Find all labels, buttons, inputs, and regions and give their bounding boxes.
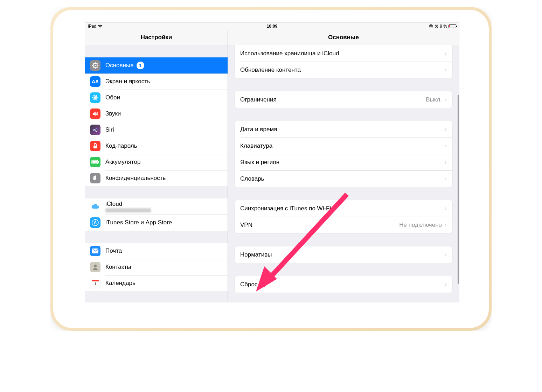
sidebar-item-siri[interactable]: Siri (85, 122, 228, 138)
detail-row-label: Ограничения (240, 96, 426, 103)
sidebar-item-label: Конфиденциальность (105, 175, 166, 182)
detail-row-label: Словарь (240, 175, 445, 182)
svg-rect-27 (98, 161, 99, 163)
detail-title: Основные (228, 30, 459, 45)
sidebar-item-label: Аккумулятор (105, 159, 140, 166)
sidebar-item-label: Основные (105, 62, 134, 69)
text-size-icon: AA (90, 76, 100, 87)
sidebar-item-mail[interactable]: Почта (85, 243, 228, 259)
wifi-icon (98, 24, 103, 28)
battery-percent: 9 % (440, 24, 447, 29)
chevron-right-icon: › (445, 221, 447, 229)
clock: 10:09 (267, 24, 278, 29)
alarm-icon (435, 24, 438, 28)
chevron-right-icon: › (445, 50, 447, 57)
gear-icon (90, 60, 100, 71)
chevron-right-icon: › (445, 251, 447, 258)
sidebar-item-label: Экран и яркость (105, 78, 150, 85)
sidebar-item-icloud[interactable]: iCloud (85, 198, 228, 215)
appstore-icon (90, 217, 100, 228)
cloud-icon (90, 201, 100, 212)
detail-row-label: Сброс (240, 281, 445, 288)
detail-row-label: VPN (240, 222, 399, 229)
sidebar-item-general[interactable]: Основные1 (85, 57, 228, 74)
chevron-right-icon: › (445, 205, 447, 212)
detail-row-keyboard[interactable]: Клавиатура› (235, 138, 452, 154)
detail-row-regulatory[interactable]: Нормативы› (235, 246, 452, 263)
detail-row-restrictions[interactable]: ОграниченияВыкл.› (235, 91, 452, 108)
battery-icon (90, 157, 100, 167)
svg-point-28 (92, 219, 98, 226)
sidebar-item-passcode[interactable]: Код-пароль (85, 138, 228, 154)
sidebar-item-label: Контакты (105, 264, 131, 271)
svg-rect-31 (92, 280, 99, 281)
sidebar-item-wallpaper[interactable]: Обои (85, 90, 228, 106)
contacts-icon (90, 262, 100, 272)
sidebar-item-calendar[interactable]: 1Календарь (85, 275, 228, 291)
chevron-right-icon: › (445, 281, 447, 288)
svg-point-19 (95, 98, 97, 100)
detail-row-label: Синхронизация с iTunes по Wi-Fi (240, 205, 445, 212)
sidebar-item-label: Календарь (105, 280, 136, 287)
svg-rect-24 (93, 146, 97, 148)
device-label: iPad (88, 24, 96, 29)
sidebar-item-battery[interactable]: Аккумулятор (85, 154, 228, 170)
sidebar-item-label: Код-пароль (105, 142, 137, 149)
orientation-lock-icon (429, 24, 433, 28)
detail-row-label: Обновление контента (240, 66, 445, 74)
svg-point-8 (95, 65, 96, 66)
sidebar-item-appstore[interactable]: iTunes Store и App Store (85, 215, 228, 231)
detail-scroll[interactable]: Использование хранилища и iCloud›Обновле… (228, 45, 459, 302)
privacy-hand-icon (90, 173, 100, 183)
detail-row-value: Выкл. (426, 96, 442, 103)
speaker-icon (90, 108, 100, 119)
svg-line-10 (97, 67, 97, 68)
detail-row-storage[interactable]: Использование хранилища и iCloud› (235, 45, 452, 62)
svg-point-21 (93, 97, 95, 98)
sidebar-item-contacts[interactable]: Контакты (85, 259, 228, 275)
detail-row-dictionary[interactable]: Словарь› (235, 170, 452, 187)
badge: 1 (137, 62, 144, 69)
sidebar-item-sounds[interactable]: Звуки (85, 106, 228, 122)
detail-row-refresh[interactable]: Обновление контента› (235, 62, 452, 78)
sidebar-item-display[interactable]: AAЭкран и яркость (85, 74, 228, 90)
svg-text:1: 1 (94, 282, 96, 286)
detail-row-reset[interactable]: Сброс› (235, 276, 452, 293)
detail-row-itunessync[interactable]: Синхронизация с iTunes по Wi-Fi› (235, 200, 452, 217)
sidebar-scroll[interactable]: Основные1AAЭкран и яркостьОбоиЗвукиSiriК… (85, 45, 228, 302)
chevron-right-icon: › (445, 66, 447, 74)
scroll-track (458, 46, 459, 301)
status-bar: iPad 10:09 9 % (85, 23, 459, 30)
sidebar-item-label: iTunes Store и App Store (105, 219, 172, 226)
svg-point-20 (93, 98, 95, 100)
sidebar-item-label: Обои (105, 94, 120, 101)
svg-point-30 (94, 265, 97, 267)
detail-row-label: Язык и регион (240, 159, 445, 166)
detail-row-value: Не подключено (399, 222, 442, 229)
svg-line-14 (93, 63, 93, 64)
svg-rect-26 (92, 161, 97, 163)
chevron-right-icon: › (445, 159, 447, 166)
svg-line-5 (435, 24, 436, 25)
svg-line-16 (97, 63, 97, 64)
svg-point-22 (93, 95, 95, 97)
detail-row-vpn[interactable]: VPNНе подключено› (235, 217, 452, 233)
ipad-frame: iPad 10:09 9 % (50, 7, 492, 331)
calendar-icon: 1 (90, 278, 100, 288)
chevron-right-icon: › (445, 175, 447, 182)
detail-row-label: Использование хранилища и iCloud (240, 50, 445, 57)
sidebar-item-privacy[interactable]: Конфиденциальность (85, 170, 228, 186)
detail-row-datetime[interactable]: Дата и время› (235, 121, 452, 138)
mail-icon (90, 246, 100, 256)
chevron-right-icon: › (445, 96, 447, 103)
scroll-thumb[interactable] (458, 95, 459, 284)
svg-point-18 (96, 97, 98, 98)
svg-line-12 (93, 67, 93, 68)
svg-line-6 (437, 24, 438, 25)
detail-row-language[interactable]: Язык и регион› (235, 154, 452, 170)
svg-point-23 (95, 95, 97, 97)
account-subtitle-redacted (105, 208, 151, 212)
detail-row-label: Нормативы (240, 251, 445, 258)
battery-icon (449, 24, 456, 28)
siri-icon (90, 125, 100, 135)
